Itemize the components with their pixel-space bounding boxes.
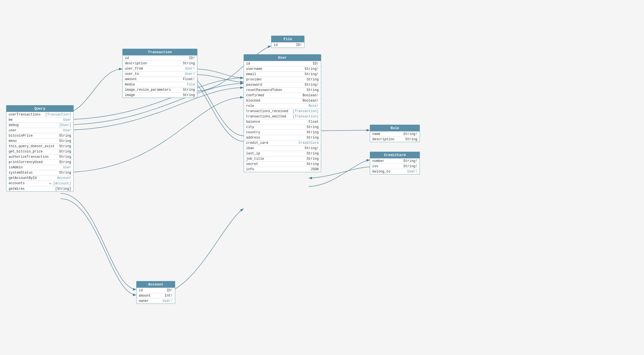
user-row-last_ip: last_ip String [244,151,321,156]
query-row-authorizeTransaction: authorizeTransaction String [6,154,73,159]
transaction-row-image_resize_parameters: image_resize_parameters String [123,87,197,92]
creditcard-row-belong_to: belong_to User! [370,169,420,174]
file-row-id: id ID! [271,42,304,48]
user-row-id: id ID! [244,61,321,66]
role-row-description: description String [370,137,420,142]
table-account: Account id ID! amount Int! owner User! [136,281,175,304]
user-row-transactions_emitted: transactions_emitted [Transaction] [244,114,321,119]
table-creditcard-header: CreditCard [370,152,420,158]
user-row-password: password String! [244,82,321,87]
user-row-role: role Role! [244,103,321,109]
creditcard-row-number: number String! [370,158,420,164]
table-user-header: User [244,55,321,61]
query-row-userTransactions: userTransactions [Transaction] [6,112,73,117]
arrow-query-isadmin [61,97,244,172]
table-account-header: Account [137,281,175,288]
query-row-systemStatus: systemStatus String [6,170,73,175]
query-row-isAdmin: isAdmin User [6,165,73,170]
transaction-row-amount: amount Float! [123,77,197,82]
transaction-row-user_to: user_to User! [123,71,197,77]
query-row-getAccountById: getAccountById Account [6,175,73,181]
account-row-owner: owner User! [137,298,175,304]
user-row-info: info JSON [244,167,321,172]
table-user: User id ID! username String! email Strin… [244,54,321,172]
table-role: Role name String! description String [370,125,420,142]
user-row-resetPasswordToken: resetPasswordToken String [244,87,321,93]
table-file: File id ID! [271,36,304,48]
query-row-printCurrencyUsed: printCurrencyUsed String [6,159,73,165]
user-row-username: username String! [244,66,321,72]
account-row-id: id ID! [137,288,175,293]
arrow-query-getaccountbyid [61,193,136,289]
user-row-job_title: job_title String [244,156,321,161]
transaction-row-id: id ID! [123,55,197,61]
user-row-transactions_received: transactions_received [Transaction] [244,109,321,114]
table-query: Query userTransactions [Transaction] me … [6,105,74,192]
account-row-amount: amount Int! [137,293,175,298]
user-row-email: email String! [244,72,321,77]
table-role-header: Role [370,125,420,131]
query-row-getWires: getWires [String] [6,186,73,191]
arrows-svg [0,0,644,355]
query-row-this_query_doesnt_exist: this_query_doesnt_exist String [6,144,73,149]
query-row-debug: debug [User] [6,122,73,128]
query-row-accounts: accounts ⇌.[Account] [6,181,73,186]
transaction-row-description: description String [123,61,197,66]
table-query-header: Query [6,105,73,112]
user-row-confirmed: confirmed Boolean! [244,93,321,98]
transaction-row-user_from: user_from User! [123,66,197,71]
user-row-provider: provider String [244,77,321,82]
user-row-iban: iban String! [244,146,321,151]
transaction-row-image: image String [123,92,197,98]
table-transaction: Transaction id ID! description String us… [122,49,197,98]
user-row-country: country String [244,130,321,135]
role-row-name: name String! [370,131,420,137]
canvas: Query userTransactions [Transaction] me … [0,0,644,355]
table-file-header: File [271,36,304,42]
user-row-secret: secret String [244,161,321,167]
transaction-row-media: media File [123,82,197,87]
creditcard-row-cvv: cvv String! [370,164,420,169]
user-row-balance: balance Float [244,119,321,124]
query-row-menu: menu String [6,138,73,144]
user-row-address: address String [244,135,321,140]
arrow-user-transreceived [195,78,244,136]
arrow-trans-userto [195,75,244,82]
user-row-city: city String [244,124,321,130]
table-creditcard: CreditCard number String! cvv String! be… [370,152,420,174]
user-row-credit_card: credit_card CreditCard [244,140,321,146]
query-row-get_bitcoin_price: get_bitcoin_price String [6,149,73,154]
user-row-blocked: blocked Boolean! [244,98,321,103]
arrow-query-accounts [61,199,136,295]
arrow-user-transemitted [195,82,244,141]
table-transaction-header: Transaction [123,49,197,55]
query-row-bitcoinPrice: bitcoinPrice String [6,133,73,138]
query-row-user: user User [6,128,73,133]
query-row-me: me User [6,117,73,122]
arrow-trans-userfrom [195,69,244,78]
